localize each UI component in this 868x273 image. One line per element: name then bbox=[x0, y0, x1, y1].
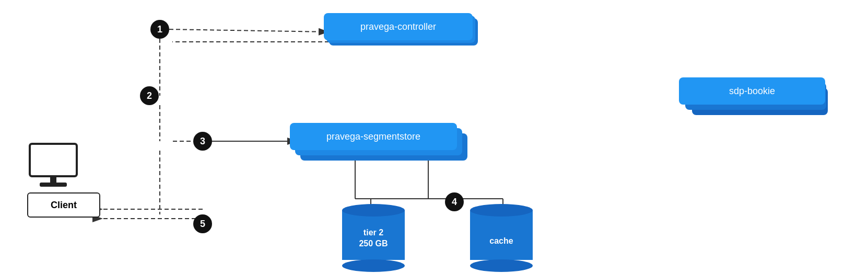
badge-5-label: 5 bbox=[200, 219, 205, 230]
badge-4: 4 bbox=[445, 192, 464, 211]
tier2-label: tier 2250 GB bbox=[359, 228, 388, 249]
svg-line-2 bbox=[169, 29, 328, 32]
tier2-cylinder: tier 2250 GB bbox=[342, 204, 405, 272]
controller-stack: pravega-controller bbox=[324, 13, 478, 46]
badge-2: 2 bbox=[140, 86, 159, 105]
svg-rect-19 bbox=[50, 176, 56, 184]
svg-rect-18 bbox=[30, 144, 77, 176]
badge-5: 5 bbox=[193, 214, 212, 233]
badge-1: 1 bbox=[150, 20, 169, 39]
badge-3: 3 bbox=[193, 132, 212, 151]
sdp-bookie-label: sdp-bookie bbox=[729, 86, 775, 97]
monitor-icon bbox=[27, 141, 79, 190]
badge-4-label: 4 bbox=[452, 197, 457, 208]
badge-3-label: 3 bbox=[200, 136, 205, 147]
segmentstore-label: pravega-segmentstore bbox=[326, 131, 420, 142]
client-box: Client bbox=[27, 192, 100, 218]
client-label: Client bbox=[51, 200, 77, 211]
cache-cylinder: cache bbox=[470, 204, 533, 272]
diagram-container: Client pravega-controller pravega-segmen… bbox=[0, 0, 868, 273]
cache-label: cache bbox=[489, 236, 513, 246]
badge-1-label: 1 bbox=[157, 24, 162, 35]
badge-2-label: 2 bbox=[147, 90, 152, 101]
sdp-bookie-stack: sdp-bookie bbox=[679, 77, 841, 130]
controller-label: pravega-controller bbox=[360, 21, 436, 32]
segmentstore-stack: pravega-segmentstore bbox=[290, 123, 467, 161]
svg-rect-20 bbox=[40, 183, 67, 187]
